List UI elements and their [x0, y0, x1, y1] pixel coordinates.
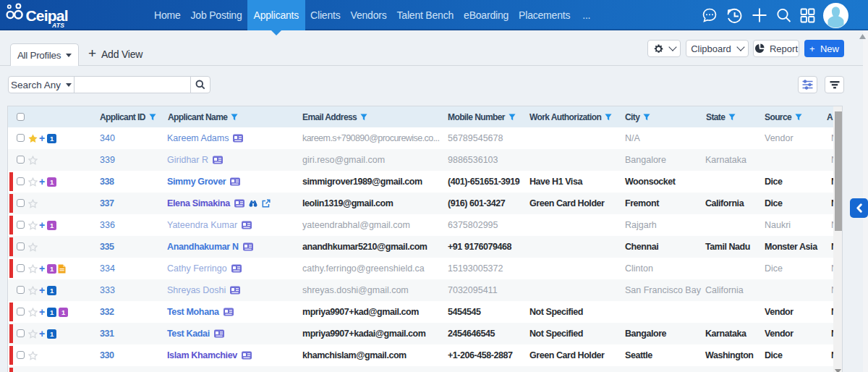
svg-text:ATS: ATS [51, 22, 64, 29]
